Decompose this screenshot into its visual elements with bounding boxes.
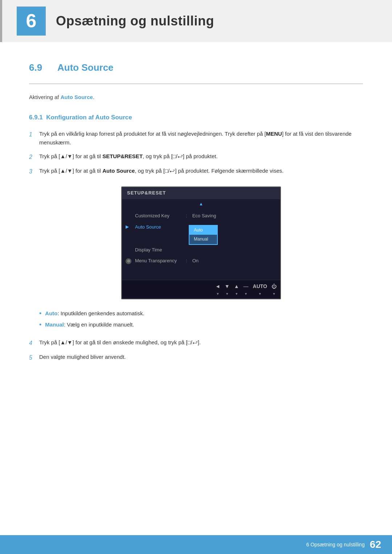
up-arrow-icon: ▲ <box>199 201 203 208</box>
step-1-bold: MENU <box>266 131 282 137</box>
step-2: 2 Tryk på [▲/▼] for at gå til SETUP&RESE… <box>29 152 363 162</box>
bullet-item-auto: • Auto: Inputkilden genkendes automatisk… <box>39 309 363 318</box>
up-arrow-row: ▲ <box>122 199 280 208</box>
monitor-screenshot: SETUP&RESET ▲ Customized Key : Eco Savin… <box>121 186 281 299</box>
monitor-item-display-time: Display Time <box>122 245 280 256</box>
auto-source-label: Auto Source <box>135 223 186 231</box>
step-3-text: Tryk på [▲/▼] for at gå til Auto Source,… <box>39 167 363 175</box>
gear-icon: ⚙ <box>126 258 131 264</box>
monitor-menu-title: SETUP&RESET <box>122 187 280 199</box>
auto-label: AUTO <box>253 282 267 290</box>
monitor-item-menu-transparency: ⚙ Menu Transparency : On <box>122 255 280 267</box>
display-time-label: Display Time <box>135 246 186 254</box>
chapter-number: 6 <box>17 7 46 36</box>
left-arrow-icon: ◄ <box>215 282 220 290</box>
activation-intro: Aktivering af <box>29 94 61 100</box>
customized-key-value: Eco Saving <box>192 212 216 220</box>
subsection-heading: 6.9.1 Konfiguration af Auto Source <box>29 112 363 122</box>
step-5: 5 Den valgte mulighed bliver anvendt. <box>29 353 363 362</box>
chapter-header: 6 Opsætning og nulstilling <box>0 0 392 42</box>
bullet-dot-auto: • <box>39 309 41 318</box>
activation-period: . <box>93 94 94 100</box>
down-arrow-icon: ▼ <box>225 282 230 290</box>
enter-icon: — <box>244 282 249 290</box>
bullet-dot-manual: • <box>39 321 41 329</box>
bullet-list: • Auto: Inputkilden genkendes automatisk… <box>39 309 363 329</box>
chapter-title: Opsætning og nulstilling <box>56 11 214 32</box>
section-title: Auto Source <box>57 60 114 75</box>
toolbar-btn-auto: AUTO ▼ <box>253 282 267 296</box>
menu-transparency-label: Menu Transparency <box>135 257 186 265</box>
subsection-number: 6.9.1 <box>29 114 46 121</box>
bullet-text-manual: Manual: Vælg en inputkilde manuelt. <box>45 321 134 329</box>
monitor-item-customized-key: Customized Key : Eco Saving <box>122 210 280 222</box>
bullet-item-manual: • Manual: Vælg en inputkilde manuelt. <box>39 321 363 329</box>
bullet-manual-bold: Manual <box>45 321 64 328</box>
section-divider <box>29 83 363 84</box>
section-number: 6.9 <box>29 60 51 75</box>
bullet-text-auto: Auto: Inputkilden genkendes automatisk. <box>45 309 144 318</box>
main-content: 6.9 Auto Source Aktivering af Auto Sourc… <box>0 42 392 400</box>
section-heading: 6.9 Auto Source <box>29 60 363 75</box>
step-2-bold: SETUP&RESET <box>102 153 143 159</box>
monitor-item-auto-source: ▶ Auto Source Auto Manual <box>122 222 280 233</box>
selection-arrow: ▶ <box>126 224 129 231</box>
footer-chapter-ref: 6 Opsætning og nulstilling <box>306 541 365 549</box>
dropdown-item-manual: Manual <box>189 235 217 244</box>
activation-bold: Auto Source <box>61 94 93 100</box>
step-4: 4 Tryk på [▲/▼] for at gå til den ønsked… <box>29 338 363 348</box>
subsection-title: Konfiguration af Auto Source <box>46 114 132 121</box>
step-1: 1 Tryk på en vilkårlig knap forrest på p… <box>29 130 363 147</box>
customized-key-label: Customized Key <box>135 212 186 220</box>
steps-list: 1 Tryk på en vilkårlig knap forrest på p… <box>29 130 363 176</box>
step-2-text: Tryk på [▲/▼] for at gå til SETUP&RESET,… <box>39 152 363 161</box>
step-3-bold: Auto Source <box>102 168 135 174</box>
monitor-toolbar: ◄ ▼ ▼ ▼ ▲ ▼ — ▼ AUTO ▼ <box>122 280 280 299</box>
step-4-number: 4 <box>29 338 39 348</box>
step-3-number: 3 <box>29 167 39 176</box>
step-3: 3 Tryk på [▲/▼] for at gå til Auto Sourc… <box>29 167 363 176</box>
step-1-number: 1 <box>29 130 39 139</box>
toolbar-btn-power: ⏻ ▼ <box>271 282 277 296</box>
toolbar-btn-enter: — ▼ <box>244 282 249 296</box>
screenshot-container: SETUP&RESET ▲ Customized Key : Eco Savin… <box>39 186 363 299</box>
power-icon: ⏻ <box>271 282 277 290</box>
page-footer: 6 Opsætning og nulstilling 62 <box>0 535 392 554</box>
bullet-auto-bold: Auto <box>45 310 57 316</box>
steps-list-cont: 4 Tryk på [▲/▼] for at gå til den ønsked… <box>29 338 363 362</box>
dropdown-item-auto: Auto <box>189 226 217 235</box>
toolbar-btn-left: ◄ ▼ <box>215 282 220 296</box>
step-4-text: Tryk på [▲/▼] for at gå til den ønskede … <box>39 338 363 347</box>
step-5-number: 5 <box>29 353 39 362</box>
activation-paragraph: Aktivering af Auto Source. <box>29 93 363 102</box>
toolbar-btn-up: ▲ ▼ <box>234 282 239 296</box>
toolbar-btn-down: ▼ ▼ <box>225 282 230 296</box>
step-5-text: Den valgte mulighed bliver anvendt. <box>39 353 363 361</box>
monitor-menu-items: Customized Key : Eco Saving ▶ Auto Sourc… <box>122 208 280 270</box>
up-arrow-icon: ▲ <box>234 282 239 290</box>
footer-page-number: 62 <box>370 537 381 553</box>
step-1-text: Tryk på en vilkårlig knap forrest på pro… <box>39 130 363 147</box>
menu-transparency-value: On <box>192 257 199 265</box>
step-2-number: 2 <box>29 152 39 162</box>
